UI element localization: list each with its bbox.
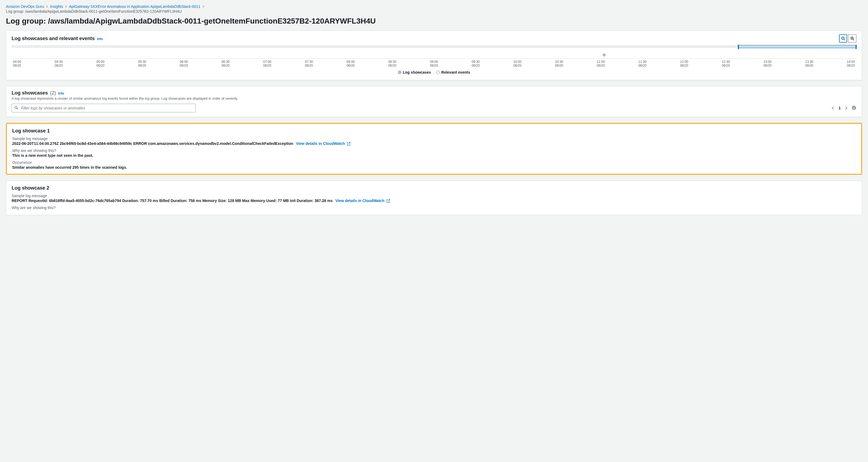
timeline-tick: 10:3006/20 <box>554 60 564 67</box>
timeline-tick: 11:3006/20 <box>637 60 648 67</box>
timeline-tick: 06:3006/20 <box>220 60 231 67</box>
search-icon <box>14 106 18 111</box>
filter-search <box>12 104 196 112</box>
timeline-legend: Log showcases Relevant events <box>12 67 856 76</box>
info-link[interactable]: Info <box>58 91 64 95</box>
legend-relevant-events: Relevant events <box>436 70 470 75</box>
showcase-title: Log showcase 1 <box>12 128 856 134</box>
chevron-right-icon <box>46 5 49 8</box>
timeline-tick: 12:0006/20 <box>679 60 690 67</box>
chevron-left-icon <box>832 107 835 110</box>
timeline-tick: 07:3006/20 <box>304 60 314 67</box>
why-value: This is a new event type not seen in the… <box>12 153 856 157</box>
timeline-tick: 07:0006/20 <box>262 60 273 67</box>
chevron-right-icon <box>844 107 848 110</box>
timeline-panel: Log showcases and relevant events Info 0… <box>6 30 862 80</box>
chevron-right-icon <box>65 5 67 8</box>
timeline-tick: 08:0006/20 <box>345 60 356 67</box>
timeline-tick: 08:3006/20 <box>387 60 398 67</box>
gear-icon <box>851 105 856 110</box>
breadcrumb-link-insight[interactable]: ApiGateway 5XXError Anomalous In Applica… <box>69 4 200 9</box>
zoom-out-button[interactable] <box>839 34 847 42</box>
showcase-title: Log showcase 2 <box>12 185 856 191</box>
sample-log-value: REPORT RequestId: 6b818ffd-9aa5-4055-bd2… <box>12 199 333 203</box>
why-label: Why are we showing this? <box>12 206 856 210</box>
info-link[interactable]: Info <box>97 37 103 41</box>
sample-log-label: Sample log message <box>12 194 856 198</box>
svg-point-7 <box>15 106 17 109</box>
timeline-tick: 05:0006/20 <box>95 60 106 67</box>
legend-log-showcases: Log showcases <box>398 70 431 75</box>
timeline-ticks: 04:0006/2004:3006/2005:0006/2005:3006/20… <box>12 60 856 67</box>
timeline-tick: 10:0006/20 <box>512 60 523 67</box>
timeline-tick: 06:0006/20 <box>178 60 189 67</box>
zoom-in-icon <box>850 36 855 40</box>
view-in-cloudwatch-link[interactable]: View details in CloudWatch <box>296 141 351 146</box>
svg-line-1 <box>844 39 845 40</box>
chevron-right-icon <box>202 5 205 8</box>
pagination: 1 <box>832 105 856 111</box>
svg-line-8 <box>17 108 18 109</box>
breadcrumb: Amazon DevOps Guru Insights ApiGateway 5… <box>6 4 862 9</box>
external-link-icon <box>386 199 390 203</box>
sample-log-label: Sample log message <box>12 137 856 141</box>
zoom-in-button[interactable] <box>848 34 856 42</box>
circle-icon <box>436 71 440 74</box>
occurrence-label: Occurrence <box>12 160 856 165</box>
page-number: 1 <box>838 106 841 110</box>
filter-input[interactable] <box>12 104 196 112</box>
page-next-button[interactable] <box>844 105 848 111</box>
occurrence-value: Similar anomalies have occurred 295 time… <box>12 165 856 170</box>
why-label: Why are we showing this? <box>12 148 856 153</box>
showcases-description: A log showcase represents a cluster of s… <box>6 96 862 104</box>
timeline-tick: 13:3006/20 <box>804 60 815 67</box>
timeline-tick: 09:0006/20 <box>429 60 439 67</box>
log-showcase-2: Log showcase 2 Sample log message REPORT… <box>6 181 862 215</box>
zoom-out-icon <box>841 36 845 40</box>
showcases-panel: Log showcases (2) Info A log showcase re… <box>6 86 862 117</box>
timeline-tick: 13:0006/20 <box>762 60 773 67</box>
svg-line-4 <box>853 39 854 40</box>
timeline-showcase-dot[interactable] <box>603 54 606 56</box>
showcases-panel-title: Log showcases (2) Info <box>12 90 64 96</box>
log-showcase-1: Log showcase 1 Sample log message 2022-0… <box>6 123 862 175</box>
page-title: Log group: /aws/lambda/ApigwLambdaDdbSta… <box>6 17 862 25</box>
circle-icon <box>398 71 401 74</box>
timeline-tick: 05:3006/20 <box>137 60 148 67</box>
timeline-selection-handle[interactable] <box>738 45 856 48</box>
timeline-tick: 14:0006/20 <box>845 60 856 67</box>
timeline-tick: 12:3006/20 <box>720 60 731 67</box>
breadcrumb-link-insights[interactable]: Insights <box>50 4 63 9</box>
timeline-overview-band[interactable] <box>12 45 856 48</box>
zoom-controls <box>839 34 856 42</box>
settings-button[interactable] <box>851 105 856 111</box>
timeline-plot[interactable] <box>12 49 856 59</box>
breadcrumb-link-devopsguru[interactable]: Amazon DevOps Guru <box>6 4 44 9</box>
sample-log-value: 2022-06-20T11:04:00.276Z 2bc94f65-bc8d-4… <box>12 141 293 146</box>
view-in-cloudwatch-link[interactable]: View details in CloudWatch <box>335 199 390 203</box>
timeline-tick: 09:3006/20 <box>470 60 481 67</box>
timeline-panel-title: Log showcases and relevant events Info <box>12 36 103 41</box>
page-prev-button[interactable] <box>832 105 835 111</box>
external-link-icon <box>347 142 351 146</box>
timeline-tick: 11:0006/20 <box>595 60 606 67</box>
timeline-tick: 04:0006/20 <box>12 60 23 67</box>
timeline-tick: 04:3006/20 <box>53 60 64 67</box>
breadcrumb-current: Log group: /aws/lambda/ApigwLambdaDdbSta… <box>6 9 862 13</box>
